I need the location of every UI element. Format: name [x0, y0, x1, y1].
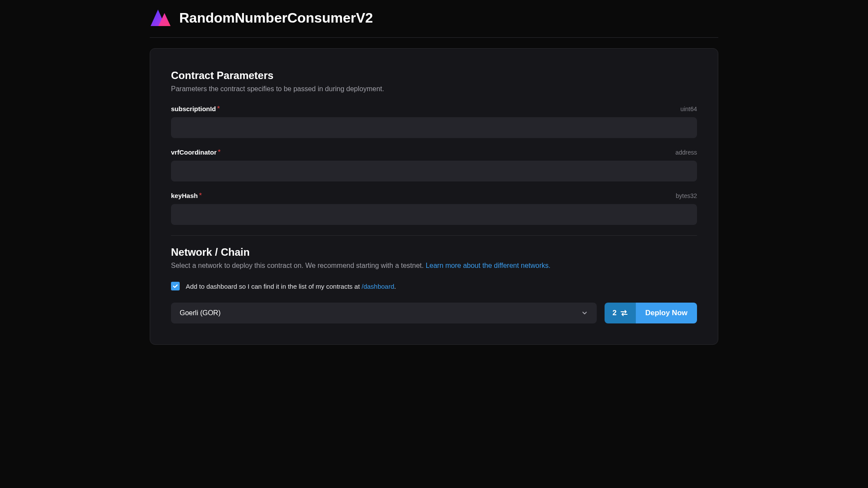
network-description: Select a network to deploy this contract… — [171, 262, 697, 270]
parameters-description: Parameters the contract specifies to be … — [171, 85, 697, 93]
field-label: subscriptionId — [171, 105, 216, 112]
parameters-title: Contract Parameters — [171, 69, 697, 82]
deploy-now-button[interactable]: Deploy Now — [636, 303, 697, 323]
subscriptionid-input[interactable] — [171, 117, 697, 138]
vrfcoordinator-input[interactable] — [171, 161, 697, 181]
network-selected-value: Goerli (GOR) — [180, 309, 220, 317]
field-type: bytes32 — [676, 192, 697, 199]
add-to-dashboard-row: Add to dashboard so I can find it in the… — [171, 282, 697, 290]
required-indicator: * — [218, 148, 220, 156]
transaction-count: 2 — [612, 309, 616, 317]
network-select[interactable]: Goerli (GOR) — [171, 303, 597, 323]
page-header: RandomNumberConsumerV2 — [150, 9, 718, 38]
add-to-dashboard-checkbox[interactable] — [171, 282, 180, 290]
deploy-button-group: 2 Deploy Now — [605, 303, 697, 323]
deployment-card: Contract Parameters Parameters the contr… — [150, 48, 718, 345]
transaction-count-button[interactable]: 2 — [605, 303, 635, 323]
required-indicator: * — [217, 105, 220, 112]
field-label: vrfCoordinator — [171, 148, 217, 156]
network-title: Network / Chain — [171, 246, 697, 258]
page-title: RandomNumberConsumerV2 — [179, 10, 373, 26]
learn-more-link[interactable]: Learn more about the different networks. — [426, 262, 551, 269]
keyhash-input[interactable] — [171, 204, 697, 225]
field-type: address — [675, 149, 697, 156]
swap-icon — [620, 309, 628, 317]
field-subscriptionid: subscriptionId* uint64 — [171, 105, 697, 138]
checkmark-icon — [172, 283, 178, 289]
deploy-controls: Goerli (GOR) 2 Deploy Now — [171, 303, 697, 323]
checkbox-label: Add to dashboard so I can find it in the… — [186, 283, 396, 290]
chevron-down-icon — [581, 310, 588, 317]
required-indicator: * — [199, 192, 202, 199]
dashboard-link[interactable]: /dashboard — [362, 283, 394, 290]
section-divider — [171, 235, 697, 236]
field-label: keyHash — [171, 192, 198, 199]
field-keyhash: keyHash* bytes32 — [171, 192, 697, 225]
field-type: uint64 — [681, 106, 697, 112]
logo-icon — [150, 9, 172, 27]
field-vrfcoordinator: vrfCoordinator* address — [171, 148, 697, 181]
